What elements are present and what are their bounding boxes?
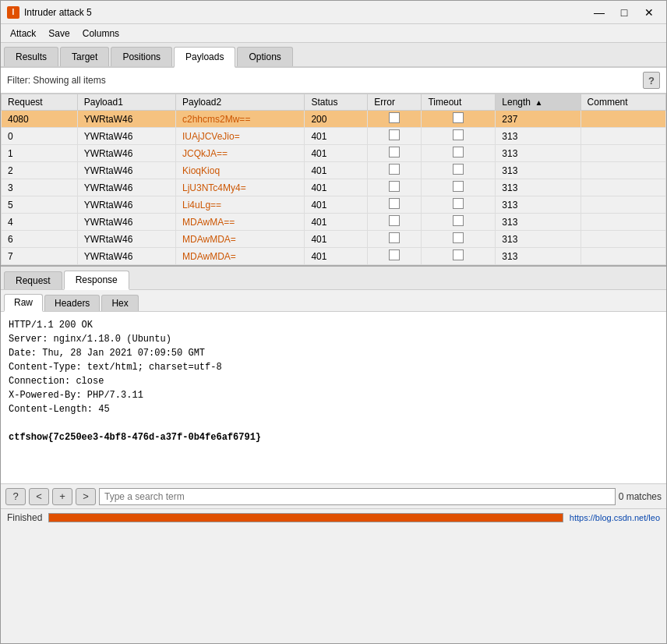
- subtab-hex[interactable]: Hex: [101, 295, 138, 311]
- cell-request: 2: [2, 162, 78, 179]
- cell-status: 401: [305, 231, 368, 248]
- main-window: I Intruder attack 5 — □ ✕ Attack Save Co…: [0, 0, 667, 644]
- cell-length: 313: [496, 128, 581, 145]
- col-payload1[interactable]: Payload1: [77, 94, 175, 111]
- table-row[interactable]: 4YWRtaW46MDAwMA==401313: [2, 214, 666, 231]
- add-button[interactable]: +: [52, 488, 72, 505]
- cell-status: 401: [305, 162, 368, 179]
- subtabbar: Raw Headers Hex: [1, 290, 666, 312]
- cell-status: 401: [305, 214, 368, 231]
- error-checkbox[interactable]: [389, 112, 400, 123]
- prev-button[interactable]: <: [29, 488, 49, 505]
- menu-save[interactable]: Save: [42, 27, 76, 41]
- subtab-raw[interactable]: Raw: [4, 294, 43, 312]
- col-request[interactable]: Request: [2, 94, 78, 111]
- main-content: Filter: Showing all items ? Request Payl…: [1, 68, 666, 643]
- cell-error: [368, 145, 422, 162]
- cell-status: 401: [305, 179, 368, 196]
- bottombar: ? < + > 0 matches: [1, 483, 666, 508]
- cell-error: [368, 179, 422, 196]
- timeout-checkbox[interactable]: [453, 164, 464, 175]
- maximize-button[interactable]: □: [613, 5, 635, 20]
- tab-options[interactable]: Options: [237, 47, 292, 66]
- cell-request: 5: [2, 196, 78, 214]
- cell-payload1: YWRtaW46: [77, 162, 175, 179]
- main-tabbar: Results Target Positions Payloads Option…: [1, 43, 666, 68]
- table-row[interactable]: 7YWRtaW46MDAwMDA=401313: [2, 248, 666, 265]
- cell-payload2: KioqKioq: [176, 162, 305, 179]
- cell-payload2: IUAjJCVeJio=: [176, 128, 305, 145]
- col-error[interactable]: Error: [368, 94, 422, 111]
- timeout-checkbox[interactable]: [453, 181, 464, 192]
- error-checkbox[interactable]: [389, 164, 400, 175]
- tab-results[interactable]: Results: [4, 47, 58, 66]
- status-link[interactable]: https://blog.csdn.net/leo: [570, 513, 660, 522]
- cell-timeout: [422, 179, 496, 196]
- cell-payload2: MDAwMDA=: [176, 231, 305, 248]
- response-scroll[interactable]: HTTP/1.1 200 OK Server: nginx/1.18.0 (Ub…: [1, 312, 666, 483]
- tab-positions[interactable]: Positions: [111, 47, 172, 66]
- tab-request[interactable]: Request: [4, 271, 62, 289]
- table-row[interactable]: 0YWRtaW46IUAjJCVeJio=401313: [2, 128, 666, 145]
- search-input[interactable]: [99, 488, 616, 505]
- table-row[interactable]: 2YWRtaW46KioqKioq401313: [2, 162, 666, 179]
- table-row[interactable]: 1YWRtaW46JCQkJA==401313: [2, 145, 666, 162]
- cell-length: 313: [496, 214, 581, 231]
- tab-payloads[interactable]: Payloads: [174, 47, 235, 68]
- timeout-checkbox[interactable]: [453, 112, 464, 123]
- error-checkbox[interactable]: [389, 198, 400, 209]
- cell-payload2: Li4uLg==: [176, 196, 305, 214]
- cell-timeout: [422, 214, 496, 231]
- help-button[interactable]: ?: [643, 72, 660, 89]
- error-checkbox[interactable]: [389, 129, 400, 140]
- cell-length: 313: [496, 231, 581, 248]
- cell-error: [368, 231, 422, 248]
- error-checkbox[interactable]: [389, 147, 400, 157]
- cell-error: [368, 196, 422, 214]
- timeout-checkbox[interactable]: [453, 198, 464, 209]
- cell-timeout: [422, 265, 496, 266]
- cell-payload1: YWRtaW46: [77, 196, 175, 214]
- timeout-checkbox[interactable]: [453, 249, 464, 260]
- col-status[interactable]: Status: [305, 94, 368, 111]
- cell-status: 401: [305, 128, 368, 145]
- error-checkbox[interactable]: [389, 249, 400, 260]
- close-button[interactable]: ✕: [638, 5, 660, 20]
- col-timeout[interactable]: Timeout: [422, 94, 496, 111]
- col-length[interactable]: Length ▲: [496, 94, 581, 111]
- error-checkbox[interactable]: [389, 215, 400, 226]
- table-row[interactable]: 6YWRtaW46MDAwMDA=401313: [2, 231, 666, 248]
- cell-status: 401: [305, 265, 368, 266]
- cell-timeout: [422, 248, 496, 265]
- table-row[interactable]: 8YWRtaW46MDAwMDA=401313: [2, 265, 666, 266]
- cell-length: 237: [496, 111, 581, 128]
- cell-comment: [581, 162, 665, 179]
- table-row[interactable]: 3YWRtaW46LjU3NTc4My4=401313: [2, 179, 666, 196]
- timeout-checkbox[interactable]: [453, 232, 464, 243]
- minimize-button[interactable]: —: [588, 5, 610, 20]
- next-button[interactable]: >: [76, 488, 96, 505]
- cell-status: 200: [305, 111, 368, 128]
- timeout-checkbox[interactable]: [453, 147, 464, 157]
- cell-comment: [581, 179, 665, 196]
- results-table-scroll[interactable]: Request Payload1 Payload2 Status Error T…: [1, 94, 666, 265]
- titlebar-controls: — □ ✕: [588, 5, 660, 20]
- menu-attack[interactable]: Attack: [4, 27, 42, 41]
- cell-comment: [581, 265, 665, 266]
- col-payload2[interactable]: Payload2: [176, 94, 305, 111]
- error-checkbox[interactable]: [389, 181, 400, 192]
- error-checkbox[interactable]: [389, 232, 400, 243]
- table-row[interactable]: 4080YWRtaW46c2hhcms2Mw==200237: [2, 111, 666, 128]
- help-nav-button[interactable]: ?: [5, 488, 26, 505]
- timeout-checkbox[interactable]: [453, 215, 464, 226]
- cell-request: 7: [2, 248, 78, 265]
- cell-error: [368, 214, 422, 231]
- cell-error: [368, 265, 422, 266]
- table-row[interactable]: 5YWRtaW46Li4uLg==401313: [2, 196, 666, 214]
- tab-response[interactable]: Response: [64, 271, 129, 290]
- menu-columns[interactable]: Columns: [76, 27, 125, 41]
- col-comment[interactable]: Comment: [581, 94, 665, 111]
- tab-target[interactable]: Target: [60, 47, 109, 66]
- timeout-checkbox[interactable]: [453, 129, 464, 140]
- subtab-headers[interactable]: Headers: [44, 295, 100, 311]
